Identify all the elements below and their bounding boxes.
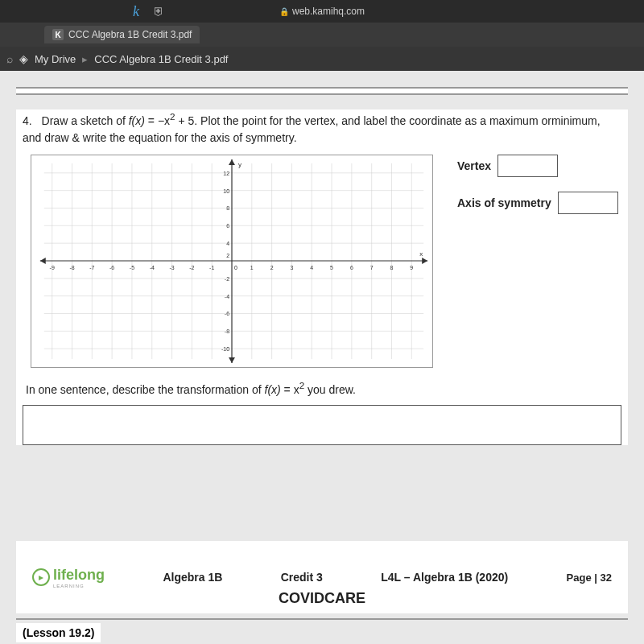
svg-text:2: 2 bbox=[270, 265, 274, 270]
svg-text:-5: -5 bbox=[130, 265, 134, 270]
transform-prompt: In one sentence, describe the transforma… bbox=[26, 380, 621, 396]
svg-text:-10: -10 bbox=[221, 346, 229, 352]
breadcrumb-file[interactable]: CCC Algebra 1B Credit 3.pdf bbox=[94, 53, 228, 65]
axis-label: Axis of symmetry bbox=[457, 196, 551, 209]
svg-text:7: 7 bbox=[370, 265, 374, 270]
graph-svg: -9-8-7-6-5-4-3-2-10123456789 12108642-2-… bbox=[31, 155, 432, 367]
lifelong-text: lifelong bbox=[53, 567, 105, 583]
svg-text:0: 0 bbox=[234, 265, 237, 270]
svg-text:4: 4 bbox=[310, 265, 313, 270]
svg-text:-2: -2 bbox=[225, 275, 229, 281]
svg-text:8: 8 bbox=[226, 205, 229, 211]
footer-program: L4L – Algebra 1B (2020) bbox=[381, 571, 508, 584]
svg-text:12: 12 bbox=[223, 170, 229, 175]
kami-app-icon: k bbox=[133, 3, 139, 20]
svg-text:3: 3 bbox=[291, 265, 294, 270]
breadcrumb-bar: ⌕ ◈ My Drive ▸ CCC Algebra 1B Credit 3.p… bbox=[0, 47, 644, 71]
covidcare-watermark: COVIDCARE bbox=[16, 590, 628, 607]
svg-text:-8: -8 bbox=[225, 328, 229, 334]
svg-text:y: y bbox=[238, 161, 242, 168]
question-block: 4. Draw a sketch of f(x) = −x2 + 5. Plot… bbox=[16, 109, 628, 445]
svg-text:-6: -6 bbox=[225, 311, 229, 316]
svg-text:1: 1 bbox=[250, 265, 254, 270]
lifelong-logo: ▸ lifelong LEARNING bbox=[32, 567, 105, 588]
page-bottom-divider bbox=[16, 618, 628, 620]
question-number: 4. bbox=[23, 114, 32, 127]
url-bar[interactable]: 🔒 web.kamihq.com bbox=[279, 6, 365, 17]
tab-favicon: K bbox=[52, 29, 64, 40]
tab-bar: K CCC Algebra 1B Credit 3.pdf bbox=[0, 23, 644, 47]
svg-marker-32 bbox=[229, 159, 235, 165]
shield-icon: ⛨ bbox=[153, 5, 164, 18]
graph-and-answers-row: -9-8-7-6-5-4-3-2-10123456789 12108642-2-… bbox=[23, 155, 621, 368]
footer-credit: Credit 3 bbox=[281, 571, 323, 584]
axis-input[interactable] bbox=[558, 192, 618, 214]
footer-course: Algebra 1B bbox=[163, 571, 222, 584]
svg-text:-2: -2 bbox=[189, 265, 194, 270]
svg-text:-3: -3 bbox=[169, 265, 174, 270]
tab-title: CCC Algebra 1B Credit 3.pdf bbox=[68, 29, 192, 40]
url-text: web.kamihq.com bbox=[292, 6, 365, 17]
axis-row: Axis of symmetry bbox=[457, 192, 621, 214]
coordinate-grid[interactable]: -9-8-7-6-5-4-3-2-10123456789 12108642-2-… bbox=[31, 155, 433, 368]
svg-text:-6: -6 bbox=[109, 265, 114, 270]
vertex-label: Vertex bbox=[457, 159, 491, 172]
vertex-input[interactable] bbox=[497, 155, 558, 177]
svg-text:10: 10 bbox=[223, 188, 229, 193]
svg-marker-30 bbox=[422, 258, 427, 264]
page-footer: ▸ lifelong LEARNING Algebra 1B Credit 3 … bbox=[16, 541, 628, 613]
svg-text:-9: -9 bbox=[50, 265, 55, 270]
section-divider bbox=[16, 87, 628, 95]
answers-column: Vertex Axis of symmetry bbox=[457, 155, 621, 229]
svg-text:2: 2 bbox=[226, 253, 229, 258]
transform-answer-input[interactable] bbox=[23, 405, 621, 445]
lifelong-subtext: LEARNING bbox=[53, 584, 105, 588]
footer-page-number: Page | 32 bbox=[567, 572, 612, 584]
svg-marker-33 bbox=[229, 357, 235, 363]
svg-text:5: 5 bbox=[330, 265, 333, 270]
breadcrumb-drive[interactable]: My Drive bbox=[35, 53, 76, 65]
breadcrumb-separator: ▸ bbox=[82, 53, 88, 65]
lifelong-icon: ▸ bbox=[32, 568, 50, 586]
browser-top-bar: k ⛨ 🔒 web.kamihq.com bbox=[0, 0, 644, 23]
svg-text:x: x bbox=[419, 250, 423, 258]
browser-tab[interactable]: K CCC Algebra 1B Credit 3.pdf bbox=[44, 26, 200, 43]
lock-icon: 🔒 bbox=[279, 7, 289, 16]
svg-marker-31 bbox=[40, 258, 46, 264]
svg-text:6: 6 bbox=[350, 265, 353, 270]
question-text: 4. Draw a sketch of f(x) = −x2 + 5. Plot… bbox=[23, 109, 621, 147]
svg-text:-7: -7 bbox=[89, 265, 94, 270]
svg-text:-4: -4 bbox=[150, 265, 155, 270]
svg-text:4: 4 bbox=[226, 241, 229, 246]
vertex-row: Vertex bbox=[457, 155, 621, 177]
svg-text:-4: -4 bbox=[225, 293, 229, 299]
svg-text:-8: -8 bbox=[69, 265, 74, 270]
document-viewport[interactable]: 4. Draw a sketch of f(x) = −x2 + 5. Plot… bbox=[0, 71, 644, 644]
lesson-reference: (Lesson 19.2) bbox=[16, 623, 101, 642]
drive-icon: ◈ bbox=[19, 52, 28, 65]
search-icon[interactable]: ⌕ bbox=[6, 52, 13, 65]
svg-text:-1: -1 bbox=[209, 265, 214, 270]
svg-text:6: 6 bbox=[226, 223, 229, 229]
svg-text:8: 8 bbox=[390, 265, 394, 270]
svg-text:9: 9 bbox=[410, 265, 413, 270]
